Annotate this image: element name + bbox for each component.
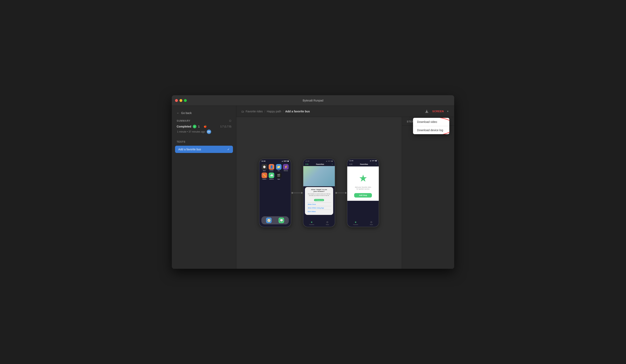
safari-icon: 🧭 bbox=[266, 217, 272, 223]
phones-row: 12:46 ▲ WiFi ◼ ⌚ Watch bbox=[259, 159, 379, 227]
time-label: 1 minute • 37 minutes ago bbox=[177, 130, 205, 133]
test-check-icon: ✓ bbox=[227, 148, 230, 151]
test-item[interactable]: Add a favorite bus ✓ bbox=[175, 146, 233, 153]
phone1-inner: 12:46 ▲ WiFi ◼ ⌚ Watch bbox=[259, 159, 291, 181]
main-content: ← Go back SUMMARY ⬡ Completed ✓ 1 🍎 1.7 … bbox=[172, 106, 454, 269]
app-cell: 🎬 Alight bbox=[276, 172, 282, 180]
phone3-title: Favorites bbox=[360, 163, 368, 165]
summary-stats: Completed ✓ 1 🍎 1.7 (1.7.0) 1 minute • 3… bbox=[172, 125, 236, 134]
add-stop-btn[interactable]: Add Stop bbox=[354, 193, 372, 198]
maximize-button[interactable] bbox=[184, 99, 187, 102]
tests-label: TESTS bbox=[172, 140, 236, 143]
phone1-wrapper: 12:46 ▲ WiFi ◼ ⌚ Watch bbox=[259, 159, 291, 227]
nav-favorites: ★ Favorites bbox=[353, 221, 358, 225]
favorites-content: ★ Add your favorite ridesfor quicker acc… bbox=[347, 166, 379, 201]
phone3-nav-header: Edit Favorites + bbox=[347, 162, 379, 166]
phone2: 12:46 ▲ WiFi ◼ Edit Favorites + bbox=[303, 159, 335, 227]
nav-stops: ⊙ Stops bbox=[370, 221, 373, 225]
completed-row: Completed ✓ 1 🍎 1.7 (1.7.0) bbox=[177, 125, 231, 128]
go-back-label: Go back bbox=[181, 111, 192, 115]
phone1-status-bar: 12:46 ▲ WiFi ◼ bbox=[259, 159, 291, 162]
download-device-log-item[interactable]: Download device log bbox=[413, 126, 449, 134]
close-button[interactable] bbox=[175, 99, 178, 102]
window-title: Bytesalt Runpad bbox=[303, 99, 323, 102]
download-button[interactable] bbox=[424, 108, 430, 115]
panel-header: 🗂 Favorite rides / Happy path / Add a fa… bbox=[236, 106, 454, 117]
connector-dot bbox=[335, 192, 337, 194]
watch-icon: ⌚ bbox=[262, 164, 267, 170]
webdrive-icon: ☁️ bbox=[269, 172, 274, 178]
test-item-label: Add a favorite bus bbox=[178, 148, 201, 151]
completed-count: 1 bbox=[198, 125, 200, 128]
nav-favorites: ★ Favorites bbox=[309, 221, 314, 225]
phone1: 12:46 ▲ WiFi ◼ ⌚ Watch bbox=[259, 159, 291, 227]
allow-once-btn[interactable]: Allow Once bbox=[307, 202, 331, 206]
app-cell: ⚡ Shortcuts bbox=[283, 164, 289, 171]
dialog-body: Your location is used to track your ride… bbox=[307, 193, 331, 197]
screen-label: SCREEN bbox=[432, 110, 444, 113]
dialog-box: Allow "Alight" to useyour location? Your… bbox=[305, 187, 333, 215]
panel-body: 12:46 ▲ WiFi ◼ ⌚ Watch bbox=[236, 117, 402, 269]
connector-dot bbox=[291, 192, 293, 194]
contacts-icon: 👤 bbox=[269, 164, 274, 170]
apple-icon: 🍎 bbox=[204, 125, 207, 128]
app-cell: ☁️ WebDrive bbox=[269, 172, 275, 180]
alight-icon: 🎬 bbox=[276, 172, 281, 178]
phone2-nav-header: Edit Favorites + bbox=[303, 162, 335, 166]
phone3: 12:46 ▲ WiFi ◼ Edit Favorites + bbox=[347, 159, 379, 227]
version-label: 1.7 (1.7.0) bbox=[220, 125, 231, 128]
phone3-status: 12:46 ▲ WiFi ◼ bbox=[347, 159, 379, 162]
header-right: SCREEN ▾ Download video Download device … bbox=[424, 108, 449, 115]
messages-icon: 💬 bbox=[278, 217, 284, 223]
window-controls bbox=[175, 99, 187, 102]
phone3-inner: 12:46 ▲ WiFi ◼ Edit Favorites + bbox=[347, 159, 379, 201]
app-cell: ✏️ Freeform bbox=[261, 172, 268, 180]
connector-arrow bbox=[301, 192, 303, 194]
download-video-item[interactable]: Download video bbox=[413, 118, 449, 126]
minimize-button[interactable] bbox=[180, 99, 182, 102]
dont-allow-btn[interactable]: Don't Allow bbox=[307, 210, 331, 213]
external-link-icon[interactable]: ⬡ bbox=[229, 120, 231, 122]
phone2-header: 12:46 ▲ WiFi ◼ bbox=[303, 159, 335, 162]
phone2-bottom-nav: ★ Favorites ⊙ Stops bbox=[303, 220, 335, 227]
check-badge: ✓ bbox=[193, 125, 196, 128]
phone3-bottom-nav: ★ Favorites ⊙ Stops bbox=[347, 220, 379, 227]
breadcrumb: 🗂 Favorite rides / Happy path / Add a fa… bbox=[241, 110, 424, 113]
map-bg bbox=[303, 166, 335, 186]
phone1-icons-grid: ⌚ Watch 👤 Contacts 📁 bbox=[259, 162, 291, 181]
connector-line bbox=[337, 193, 345, 193]
breadcrumb-sep2: / bbox=[283, 110, 283, 113]
nav-stops: ⊙ Stops bbox=[326, 221, 329, 225]
connector-arrow bbox=[345, 192, 347, 194]
tests-section: TESTS Add a favorite bus ✓ bbox=[172, 140, 236, 153]
phone2-wrapper: 12:46 ▲ WiFi ◼ Edit Favorites + bbox=[303, 159, 335, 227]
phone2-edit-btn: Edit bbox=[305, 163, 309, 165]
files-icon: 📁 bbox=[276, 164, 281, 170]
time-row: 1 minute • 37 minutes ago DV bbox=[177, 129, 231, 134]
phone2-add-btn: + bbox=[332, 163, 333, 165]
phone2-title: Favorites bbox=[316, 163, 324, 165]
folder-icon: 🗂 bbox=[241, 110, 244, 113]
sidebar: ← Go back SUMMARY ⬡ Completed ✓ 1 🍎 1.7 … bbox=[172, 106, 236, 269]
breadcrumb-sep1: / bbox=[264, 110, 265, 113]
freeform-icon: ✏️ bbox=[262, 172, 267, 178]
map-area bbox=[303, 166, 335, 186]
dialog-title: Allow "Alight" to useyour location? bbox=[307, 189, 331, 192]
screen-chevron-button[interactable]: ▾ bbox=[446, 109, 449, 114]
app-cell: 📁 Files bbox=[276, 164, 282, 171]
titlebar: Bytesalt Runpad bbox=[172, 95, 454, 106]
phone3-add-btn: + bbox=[376, 163, 377, 165]
precise-tag: ✦ Precise: On bbox=[314, 199, 324, 201]
phone3-wrapper: 12:46 ▲ WiFi ◼ Edit Favorites + bbox=[347, 159, 379, 227]
shortcuts-icon: ⚡ bbox=[283, 164, 289, 170]
connector2 bbox=[335, 192, 347, 194]
go-back-button[interactable]: ← Go back bbox=[172, 110, 236, 116]
allow-while-using-btn[interactable]: Allow While Using App bbox=[307, 206, 331, 210]
connector-line bbox=[293, 193, 301, 193]
phone3-edit-btn: Edit bbox=[349, 163, 352, 165]
phone1-dock: 🧭 💬 bbox=[261, 216, 289, 224]
summary-section-title: SUMMARY ⬡ bbox=[172, 120, 236, 122]
app-window: Bytesalt Runpad ← Go back SUMMARY ⬡ Comp… bbox=[172, 95, 454, 269]
app-cell: 👤 Contacts bbox=[269, 164, 275, 171]
app-cell: ⌚ Watch bbox=[261, 164, 268, 171]
